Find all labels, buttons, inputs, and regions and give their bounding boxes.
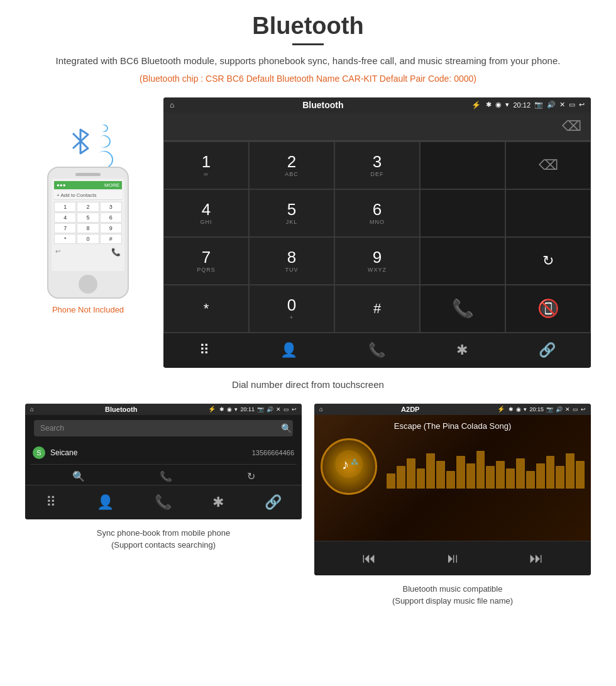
play-pause-button[interactable]: ⏯ <box>446 550 459 567</box>
pb-sidebar-search-icon[interactable]: 🔍 <box>72 470 85 482</box>
pb-usb-icon: ⚡ <box>208 406 216 412</box>
viz-bar <box>446 471 455 489</box>
status-time: 20:12 <box>513 101 531 109</box>
viz-bar <box>546 456 555 489</box>
mu-status-icons: ✱ ◉ ▾ 20:15 📷 🔊 ✕ ▭ ↩ <box>509 406 586 412</box>
mu-close-icon: ✕ <box>565 406 570 412</box>
toolbar-bluetooth-icon[interactable]: ✱ <box>456 342 468 358</box>
mu-home-icon: ⌂ <box>319 406 323 412</box>
pb-toolbar-bluetooth-icon[interactable]: ✱ <box>212 494 224 511</box>
toolbar-link-icon[interactable]: 🔗 <box>539 342 556 358</box>
key-star[interactable]: * <box>163 285 249 333</box>
key-9[interactable]: 9WXYZ <box>334 237 420 285</box>
toolbar-contacts-icon[interactable]: 👤 <box>280 342 297 358</box>
key-call-green[interactable]: 📞 <box>420 285 505 333</box>
phonebook-section: ⌂ Bluetooth ⚡ ✱ ◉ ▾ 20:11 📷 🔊 ✕ ▭ ↩ <box>25 404 302 607</box>
mini-keypad: 1 2 3 4 5 6 7 8 9 * 0 # <box>54 202 122 244</box>
viz-bar <box>397 466 405 489</box>
page-description: Integrated with BC6 Bluetooth module, su… <box>25 54 591 69</box>
mu-win-icon: ▭ <box>573 406 578 412</box>
contact-letter: S <box>33 446 45 459</box>
mini-key-4: 4 <box>54 213 76 223</box>
key-1[interactable]: 1∞ <box>163 141 249 189</box>
key-8[interactable]: 8TUV <box>249 237 334 285</box>
toolbar-grid-icon[interactable]: ⠿ <box>199 342 209 358</box>
window-status-icon: ▭ <box>569 101 575 109</box>
viz-bar <box>556 466 564 489</box>
volume-status-icon: 🔊 <box>547 101 556 109</box>
mu-cam-icon: 📷 <box>546 406 553 412</box>
viz-bar <box>496 461 505 489</box>
pb-toolbar-phone-icon[interactable]: 📞 <box>155 494 172 511</box>
viz-bar <box>536 463 545 489</box>
pb-home-icon: ⌂ <box>30 406 34 412</box>
key-empty-1 <box>420 141 505 189</box>
album-icon: ♪ ⁂ <box>333 448 365 484</box>
svg-text:⁂: ⁂ <box>351 458 358 467</box>
back-status-icon: ↩ <box>579 101 585 109</box>
bluetooth-signal-graphic <box>63 116 113 160</box>
contact-row[interactable]: S Seicane 13566664466 <box>30 441 297 465</box>
bottom-section: ⌂ Bluetooth ⚡ ✱ ◉ ▾ 20:11 📷 🔊 ✕ ▭ ↩ <box>25 404 591 607</box>
music-main-area: ♪ ⁂ <box>321 438 585 495</box>
key-0[interactable]: 0+ <box>249 285 334 333</box>
music-visualizer <box>387 438 585 489</box>
key-2[interactable]: 2ABC <box>249 141 334 189</box>
pb-win-icon: ▭ <box>283 406 289 412</box>
pb-sidebar-reload-icon[interactable]: ↻ <box>247 470 255 482</box>
key-7[interactable]: 7PQRS <box>163 237 249 285</box>
viz-bar <box>526 471 535 489</box>
phonebook-search-bar[interactable]: Search <box>34 420 293 436</box>
search-icon: 🔍 <box>281 423 292 433</box>
key-hash[interactable]: # <box>334 285 420 333</box>
key-reload[interactable]: ↻ <box>505 237 591 285</box>
key-empty-4 <box>420 237 505 285</box>
phonebook-screen: ⌂ Bluetooth ⚡ ✱ ◉ ▾ 20:11 📷 🔊 ✕ ▭ ↩ <box>25 404 302 519</box>
bt-status-icon: ✱ <box>486 101 492 109</box>
mu-app-title: A2DP <box>327 406 493 413</box>
mu-time: 20:15 <box>529 406 544 412</box>
page-specs: (Bluetooth chip : CSR BC6 Default Blueto… <box>25 74 591 84</box>
delete-button[interactable]: ⌫ <box>562 118 581 135</box>
album-art: ♪ ⁂ <box>321 438 377 495</box>
mini-key-hash: # <box>100 234 122 244</box>
phonebook-toolbar: ⠿ 👤 📞 ✱ 🔗 <box>25 485 302 519</box>
music-screen: ⌂ A2DP ⚡ ✱ ◉ ▾ 20:15 📷 🔊 ✕ ▭ ↩ Escape (T… <box>314 404 591 575</box>
pb-toolbar-link-icon[interactable]: 🔗 <box>265 494 282 511</box>
key-5[interactable]: 5JKL <box>249 189 334 237</box>
viz-bar <box>566 453 575 489</box>
contact-number: 13566664466 <box>252 449 294 456</box>
pb-toolbar-contacts-icon[interactable]: 👤 <box>97 494 114 511</box>
mini-key-6: 6 <box>100 213 122 223</box>
next-button[interactable]: ⏭ <box>529 550 543 567</box>
pb-sidebar-phone-icon[interactable]: 📞 <box>160 470 172 482</box>
key-6[interactable]: 6MNO <box>334 189 420 237</box>
dialer-app-title: Bluetooth <box>179 100 466 110</box>
bluetooth-icon <box>69 126 92 163</box>
mini-key-1: 1 <box>54 202 76 212</box>
viz-bar <box>506 468 515 489</box>
viz-bar <box>516 458 525 489</box>
toolbar-phone-icon[interactable]: 📞 <box>368 342 385 358</box>
title-underline <box>292 43 324 45</box>
key-call-red[interactable]: 📵 <box>505 285 591 333</box>
prev-button[interactable]: ⏮ <box>362 550 376 567</box>
status-icons: ✱ ◉ ▾ 20:12 📷 🔊 ✕ ▭ ↩ <box>486 101 585 109</box>
svg-point-0 <box>335 450 363 478</box>
location-status-icon: ◉ <box>495 101 502 109</box>
pb-toolbar-grid-icon[interactable]: ⠿ <box>46 494 56 511</box>
contact-list: S Seicane 13566664466 <box>25 441 302 465</box>
mini-key-9: 9 <box>100 223 122 233</box>
phone-screen-header: ●●●MORE <box>54 181 122 189</box>
viz-bar <box>387 473 395 489</box>
key-4[interactable]: 4GHI <box>163 189 249 237</box>
dialer-display: ⌫ <box>163 113 591 141</box>
mu-vol-icon: 🔊 <box>556 406 563 412</box>
pb-close-icon: ✕ <box>276 406 281 412</box>
key-3[interactable]: 3DEF <box>334 141 420 189</box>
viz-bar <box>576 461 585 489</box>
music-controls: ⏮ ⏯ ⏭ <box>314 541 591 575</box>
music-caption: Bluetooth music compatible (Support disp… <box>392 583 513 607</box>
music-content: Escape (The Pina Colada Song) ♪ ⁂ <box>314 415 591 541</box>
key-backspace[interactable]: ⌫ <box>505 141 591 189</box>
